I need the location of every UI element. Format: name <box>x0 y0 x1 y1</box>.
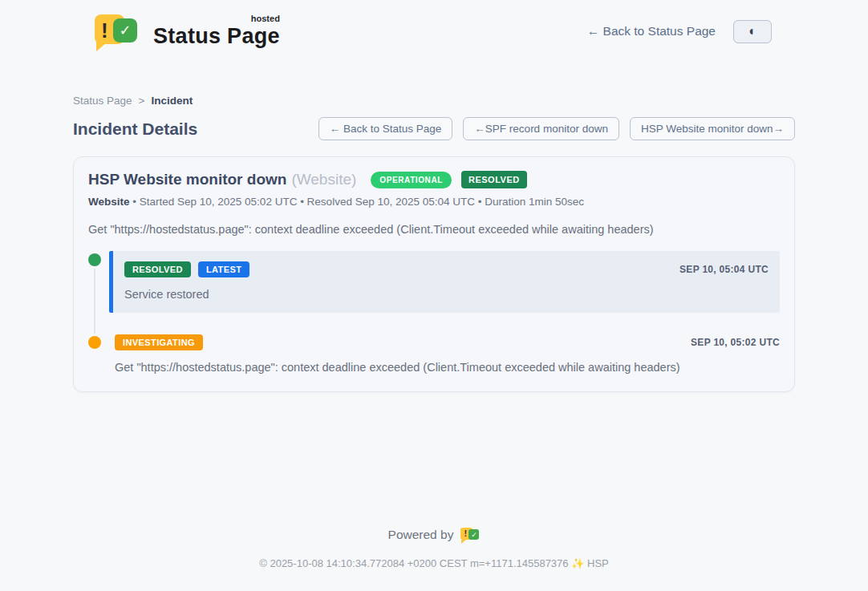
incident-card: HSP Website monitor down (Website) OPERA… <box>73 156 795 392</box>
logo-exclamation-icon: ! <box>464 528 467 538</box>
incident-component: (Website) <box>291 171 356 188</box>
theme-toggle-button[interactable]: ◐ <box>733 20 772 43</box>
timeline-entry-header: INVESTIGATING SEP 10, 05:02 UTC <box>115 334 780 350</box>
header-actions: ← Back to Status Page ◐ <box>587 20 772 43</box>
breadcrumb: Status Page > Incident <box>73 95 795 107</box>
page-title: Incident Details <box>73 119 197 139</box>
resolved-badge: RESOLVED <box>124 261 191 277</box>
logo-check-icon: ✓ <box>468 529 479 540</box>
incident-nav-buttons: ← Back to Status Page ←SPF record monito… <box>318 117 795 140</box>
title-row: Incident Details ← Back to Status Page ←… <box>73 117 795 140</box>
timeline-entry-header: RESOLVED LATEST SEP 10, 05:04 UTC <box>124 261 769 277</box>
copyright-text: © 2025-10-08 14:10:34.772084 +0200 CEST … <box>0 557 868 569</box>
half-circle-theme-icon: ◐ <box>748 25 756 38</box>
incident-description: Get "https://hostedstatus.page": context… <box>88 223 780 236</box>
brand-hosted-tag: hosted <box>251 14 280 23</box>
timeline-dot-investigating <box>88 336 101 349</box>
timeline-latest-update-box: RESOLVED LATEST SEP 10, 05:04 UTC Servic… <box>109 251 780 313</box>
timeline-message: Get "https://hostedstatus.page": context… <box>115 361 780 374</box>
timeline-message: Service restored <box>124 288 769 301</box>
operational-status-badge: OPERATIONAL <box>371 172 452 188</box>
logo-exclamation-icon: ! <box>101 18 108 43</box>
footer-brand-icon: ! ✓ <box>460 526 480 544</box>
incident-meta: Website • Started Sep 10, 2025 05:02 UTC… <box>88 196 780 208</box>
incident-monitor-name: Website <box>88 196 130 208</box>
powered-by-link[interactable]: Powered by ! ✓ <box>0 526 868 544</box>
back-to-status-page-button[interactable]: ← Back to Status Page <box>318 117 453 140</box>
brand-logo[interactable]: ! ✓ hosted Status Page <box>95 11 280 51</box>
timeline-timestamp: SEP 10, 05:04 UTC <box>679 264 769 275</box>
brand-name: Status Page <box>153 24 280 48</box>
incident-meta-details: • Started Sep 10, 2025 05:02 UTC • Resol… <box>132 196 584 208</box>
breadcrumb-separator: > <box>139 95 145 107</box>
main-content: Status Page > Incident Incident Details … <box>73 95 795 392</box>
powered-by-label: Powered by <box>388 528 454 542</box>
timeline-entry-body: INVESTIGATING SEP 10, 05:02 UTC Get "htt… <box>109 334 780 374</box>
resolved-status-badge: RESOLVED <box>461 171 527 188</box>
incident-title-row: HSP Website monitor down (Website) OPERA… <box>88 171 780 188</box>
timeline-entry-investigating: INVESTIGATING SEP 10, 05:02 UTC Get "htt… <box>88 334 780 374</box>
investigating-badge: INVESTIGATING <box>115 334 203 350</box>
timeline-dot-resolved <box>88 253 101 266</box>
header-back-to-status-page-link[interactable]: ← Back to Status Page <box>587 24 716 38</box>
logo-check-icon: ✓ <box>113 18 137 43</box>
brand-logo-icon: ! ✓ <box>95 11 141 51</box>
header: ! ✓ hosted Status Page ← Back to Status … <box>0 0 868 51</box>
prev-incident-button[interactable]: ←SPF record monitor down <box>463 117 619 140</box>
breadcrumb-current-incident: Incident <box>151 95 193 107</box>
latest-badge: LATEST <box>198 261 249 277</box>
incident-title: HSP Website monitor down <box>88 171 286 188</box>
timeline-entry-resolved: RESOLVED LATEST SEP 10, 05:04 UTC Servic… <box>88 251 780 313</box>
timeline-timestamp: SEP 10, 05:02 UTC <box>691 337 780 348</box>
next-incident-button[interactable]: HSP Website monitor down→ <box>630 117 795 140</box>
breadcrumb-status-page-link[interactable]: Status Page <box>73 95 132 107</box>
incident-timeline: RESOLVED LATEST SEP 10, 05:04 UTC Servic… <box>88 251 780 374</box>
brand-wordmark: hosted Status Page <box>153 14 280 49</box>
footer: Powered by ! ✓ © 2025-10-08 14:10:34.772… <box>0 526 868 591</box>
